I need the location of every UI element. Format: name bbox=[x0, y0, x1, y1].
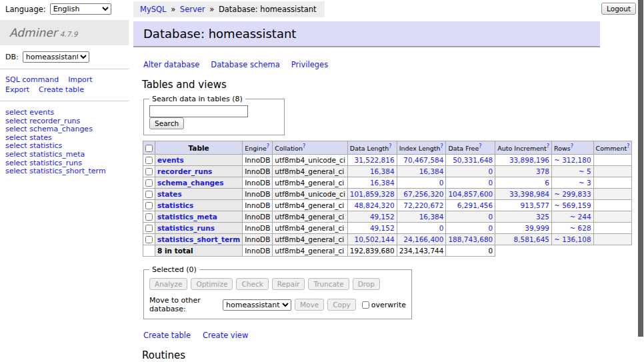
sidebar-link-export[interactable]: Export bbox=[5, 85, 29, 95]
table-name-cell: statistics_meta bbox=[155, 211, 243, 223]
row-checkbox[interactable] bbox=[145, 202, 153, 209]
auto-increment-link[interactable]: 325 bbox=[536, 213, 549, 221]
data-free-link[interactable]: 0 bbox=[489, 213, 493, 221]
sidebar-link-create-table[interactable]: Create table bbox=[39, 85, 84, 95]
table-link-recorder-runs[interactable]: recorder_runs bbox=[157, 167, 212, 175]
row-checkbox[interactable] bbox=[145, 168, 153, 175]
help-link[interactable]: ? bbox=[547, 143, 549, 149]
help-link[interactable]: ? bbox=[627, 143, 629, 149]
nav-link-alter-database[interactable]: Alter database bbox=[143, 60, 199, 69]
table-link-events[interactable]: events bbox=[157, 156, 184, 164]
table-link-states[interactable]: states bbox=[157, 190, 182, 198]
row-checkbox[interactable] bbox=[145, 225, 153, 232]
db-select[interactable]: homeassistant bbox=[23, 51, 89, 63]
rows-link[interactable]: ~ 5 bbox=[579, 167, 591, 175]
data-length-link[interactable]: 10,502,144 bbox=[355, 235, 395, 243]
table-link-statistics-meta[interactable]: statistics_meta bbox=[157, 213, 217, 221]
help-link[interactable]: ? bbox=[389, 143, 391, 149]
sidebar-item-select-schema-changes[interactable]: select schema_changes bbox=[5, 125, 129, 134]
index-length-link[interactable]: 72,220,672 bbox=[403, 201, 443, 209]
help-link[interactable]: ? bbox=[441, 143, 443, 149]
index-length-link[interactable]: 70,467,584 bbox=[403, 156, 443, 164]
data-free-link[interactable]: 6,291,456 bbox=[457, 201, 493, 209]
selected-drop-button[interactable]: Drop bbox=[353, 278, 380, 290]
sidebar-item-select-events[interactable]: select events bbox=[5, 109, 129, 117]
breadcrumb-link-server[interactable]: Server bbox=[180, 5, 205, 14]
data-free-link[interactable]: 0 bbox=[489, 179, 493, 187]
help-link[interactable]: ? bbox=[571, 143, 573, 149]
row-checkbox[interactable] bbox=[145, 191, 153, 198]
data-free-link[interactable]: 0 bbox=[489, 167, 493, 175]
table-link-statistics-short-term[interactable]: statistics_short_term bbox=[157, 235, 240, 243]
auto-increment-link[interactable]: 33,398,984 bbox=[509, 190, 549, 198]
index-length-link[interactable]: 0 bbox=[439, 179, 444, 187]
language-select[interactable]: English bbox=[50, 3, 111, 15]
rows-link[interactable]: ~ 299,833 bbox=[554, 190, 591, 198]
rows-link[interactable]: ~ 3 bbox=[579, 179, 591, 187]
index-length-link[interactable]: 67,256,320 bbox=[403, 190, 443, 198]
copy-button[interactable]: Copy bbox=[327, 299, 356, 311]
index-length-link[interactable]: 16,384 bbox=[419, 213, 444, 221]
selected-analyze-button[interactable]: Analyze bbox=[149, 278, 187, 290]
search-button[interactable]: Search bbox=[149, 117, 184, 129]
nav-link-database-schema[interactable]: Database schema bbox=[211, 60, 279, 69]
sidebar-item-select-statistics-short-term[interactable]: select statistics_short_term bbox=[5, 167, 129, 176]
auto-increment-link[interactable]: 378 bbox=[536, 167, 549, 175]
logout-button[interactable]: Logout bbox=[601, 3, 636, 15]
auto-increment-link[interactable]: 39,999 bbox=[525, 224, 549, 232]
data-length-link[interactable]: 16,384 bbox=[370, 167, 395, 175]
nav-link-privileges[interactable]: Privileges bbox=[291, 60, 328, 69]
link-create-view[interactable]: Create view bbox=[203, 331, 248, 340]
data-length-link[interactable]: 48,824,320 bbox=[355, 201, 395, 209]
select-all-checkbox[interactable] bbox=[145, 145, 153, 152]
row-checkbox[interactable] bbox=[145, 213, 153, 221]
auto-increment-link[interactable]: 33,898,196 bbox=[509, 156, 549, 164]
rows-link[interactable]: ~ 244 bbox=[569, 213, 591, 221]
sidebar-link-sql-command[interactable]: SQL command bbox=[5, 75, 59, 85]
data-length-link[interactable]: 49,152 bbox=[370, 213, 395, 221]
help-link[interactable]: ? bbox=[267, 143, 269, 149]
help-link[interactable]: ? bbox=[479, 143, 481, 149]
auto-increment-link[interactable]: 8,581,645 bbox=[514, 235, 549, 243]
data-length-link[interactable]: 31,522,816 bbox=[355, 156, 395, 164]
sidebar-link-import[interactable]: Import bbox=[68, 75, 93, 85]
data-free-link[interactable]: 104,857,600 bbox=[448, 190, 493, 198]
data-free-link[interactable]: 188,743,680 bbox=[448, 235, 493, 243]
table-link-schema-changes[interactable]: schema_changes bbox=[157, 179, 224, 187]
index-length-link[interactable]: 24,166,400 bbox=[403, 235, 443, 243]
row-checkbox[interactable] bbox=[145, 157, 153, 164]
table-link-statistics-runs[interactable]: statistics_runs bbox=[157, 224, 215, 232]
move-db-select[interactable]: homeassistant bbox=[223, 299, 291, 311]
link-create-table[interactable]: Create table bbox=[143, 331, 191, 340]
rows-link[interactable]: ~ 628 bbox=[569, 224, 591, 232]
help-link[interactable]: ? bbox=[303, 143, 305, 149]
index-length-link[interactable]: 0 bbox=[439, 224, 444, 232]
scrollbar-thumb[interactable] bbox=[638, 0, 643, 337]
rows-link[interactable]: ~ 136,108 bbox=[554, 235, 591, 243]
sidebar-item-select-statistics-meta[interactable]: select statistics_meta bbox=[5, 151, 129, 159]
selected-check-button[interactable]: Check bbox=[236, 278, 268, 290]
selected-repair-button[interactable]: Repair bbox=[272, 278, 305, 290]
rows-link[interactable]: ~ 569,159 bbox=[554, 201, 591, 209]
index-length-link[interactable]: 16,384 bbox=[419, 167, 444, 175]
comment-value bbox=[593, 155, 632, 166]
row-checkbox[interactable] bbox=[145, 179, 153, 187]
table-link-statistics[interactable]: statistics bbox=[157, 201, 193, 209]
breadcrumb-link-mysql[interactable]: MySQL bbox=[140, 5, 167, 14]
selected-optimize-button[interactable]: Optimize bbox=[191, 278, 233, 290]
rows-link[interactable]: ~ 312,180 bbox=[554, 156, 591, 164]
auto-increment-link[interactable]: 913,577 bbox=[521, 201, 549, 209]
data-free-link[interactable]: 0 bbox=[489, 224, 493, 232]
data-free-link[interactable]: 50,331,648 bbox=[453, 156, 493, 164]
search-input[interactable] bbox=[149, 105, 248, 117]
selected-truncate-button[interactable]: Truncate bbox=[308, 278, 349, 290]
overwrite-checkbox[interactable] bbox=[362, 301, 369, 309]
auto-increment-link[interactable]: 6 bbox=[545, 179, 549, 187]
row-checkbox[interactable] bbox=[145, 236, 153, 243]
data-length-link[interactable]: 101,859,328 bbox=[350, 190, 395, 198]
data-length-link[interactable]: 16,384 bbox=[370, 179, 395, 187]
data-length-link[interactable]: 49,152 bbox=[370, 224, 395, 232]
app-name[interactable]: Adminer bbox=[9, 26, 57, 39]
move-button[interactable]: Move bbox=[295, 299, 324, 311]
app-version[interactable]: 4.7.9 bbox=[60, 30, 78, 38]
